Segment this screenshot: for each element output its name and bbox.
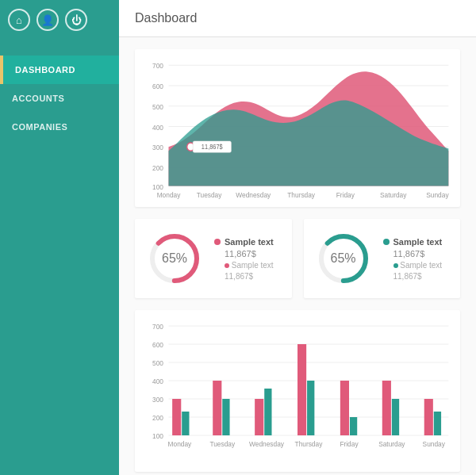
sidebar-header: ⌂ 👤 ⏻: [0, 0, 119, 40]
top-bar: Dashboard: [119, 0, 476, 37]
bar-chart: 700 600 500 400 300 200 100: [143, 318, 452, 465]
donut-percent-2: 65%: [330, 251, 355, 266]
person-icon[interactable]: 👤: [36, 9, 59, 31]
area-chart-container: 700 600 500 400 300 200 100 11,867$ Mond…: [135, 49, 460, 207]
donut-wrapper-2: 65%: [316, 231, 371, 286]
page-title: Dashboard: [135, 11, 197, 25]
svg-text:Tuesday: Tuesday: [209, 440, 235, 448]
donut-card-1: 65% Sample text 11,867$ Sample text 11,8…: [135, 219, 292, 298]
svg-rect-46: [255, 399, 263, 435]
donut-sublabel-2: Sample text: [393, 261, 443, 270]
svg-text:Sunday: Sunday: [423, 440, 446, 448]
svg-rect-51: [350, 417, 357, 435]
donut-subvalue-2: 11,867$: [393, 272, 443, 281]
dot-teal: [383, 239, 390, 245]
svg-text:700: 700: [152, 62, 163, 70]
svg-text:500: 500: [152, 359, 163, 367]
sidebar-item-accounts[interactable]: ACCOUNTS: [0, 84, 119, 113]
sidebar-nav: DASHBOARD ACCOUNTS COMPANIES: [0, 56, 119, 141]
dot-pink: [214, 239, 221, 245]
svg-text:Monday: Monday: [157, 191, 181, 199]
svg-text:300: 300: [152, 396, 163, 404]
home-icon[interactable]: ⌂: [8, 9, 30, 31]
svg-text:Saturday: Saturday: [378, 440, 405, 448]
svg-text:Sunday: Sunday: [426, 191, 449, 199]
donut-info-2: Sample text 11,867$ Sample text 11,867$: [383, 237, 443, 281]
donut-wrapper-1: 65%: [147, 231, 202, 286]
svg-text:200: 200: [152, 414, 163, 422]
donut-subvalue-1: 11,867$: [225, 272, 274, 281]
svg-text:300: 300: [152, 144, 163, 151]
svg-text:Saturday: Saturday: [380, 191, 407, 199]
sidebar-item-companies[interactable]: COMPANIES: [0, 113, 119, 141]
svg-text:Tuesday: Tuesday: [197, 191, 222, 199]
bar-chart-container: 700 600 500 400 300 200 100: [135, 310, 460, 472]
svg-rect-45: [222, 399, 229, 435]
svg-rect-44: [213, 381, 221, 435]
svg-text:Wednesday: Wednesday: [236, 191, 271, 199]
svg-text:Friday: Friday: [340, 440, 359, 448]
svg-text:600: 600: [152, 82, 163, 90]
svg-text:Monday: Monday: [168, 440, 192, 448]
svg-text:Thursday: Thursday: [287, 191, 315, 199]
svg-rect-50: [340, 381, 349, 435]
area-chart: 700 600 500 400 300 200 100 11,867$ Mond…: [143, 57, 452, 200]
svg-text:Thursday: Thursday: [295, 440, 323, 448]
svg-text:600: 600: [152, 341, 163, 349]
content-area: 700 600 500 400 300 200 100 11,867$ Mond…: [119, 37, 476, 475]
main-content: Dashboard 700 600 500 400 300 200 100: [119, 0, 476, 475]
donut-value-2: 11,867$: [393, 249, 443, 259]
svg-text:100: 100: [152, 182, 163, 190]
donut-card-2: 65% Sample text 11,867$ Sample text 11,8…: [304, 219, 461, 298]
svg-text:Wednesday: Wednesday: [249, 440, 285, 448]
mid-section: 65% Sample text 11,867$ Sample text 11,8…: [135, 219, 460, 298]
svg-rect-48: [298, 344, 306, 435]
sidebar: ⌂ 👤 ⏻ DASHBOARD ACCOUNTS COMPANIES: [0, 0, 119, 475]
donut-percent-1: 65%: [162, 251, 187, 266]
donut-title-2: Sample text: [383, 237, 443, 247]
svg-rect-53: [392, 399, 399, 435]
sidebar-item-dashboard[interactable]: DASHBOARD: [0, 56, 119, 84]
svg-rect-49: [307, 381, 314, 435]
svg-rect-42: [172, 399, 181, 435]
svg-text:100: 100: [152, 432, 163, 440]
power-icon[interactable]: ⏻: [65, 9, 87, 31]
donut-value-1: 11,867$: [225, 249, 274, 259]
svg-text:400: 400: [152, 123, 163, 131]
svg-text:200: 200: [152, 164, 163, 172]
dot-teal-sub: [393, 263, 398, 268]
svg-text:11,867$: 11,867$: [202, 144, 223, 151]
svg-rect-54: [424, 399, 433, 435]
svg-rect-43: [182, 412, 189, 435]
donut-title-1: Sample text: [214, 237, 274, 247]
svg-rect-47: [264, 389, 271, 435]
svg-rect-55: [434, 412, 441, 435]
svg-rect-52: [382, 381, 391, 435]
dot-pink-sub: [225, 263, 229, 268]
svg-text:500: 500: [152, 102, 163, 110]
svg-text:400: 400: [152, 377, 163, 385]
svg-text:Friday: Friday: [336, 191, 355, 199]
donut-sublabel-1: Sample text: [225, 261, 274, 270]
donut-info-1: Sample text 11,867$ Sample text 11,867$: [214, 237, 274, 281]
svg-text:700: 700: [152, 323, 163, 331]
